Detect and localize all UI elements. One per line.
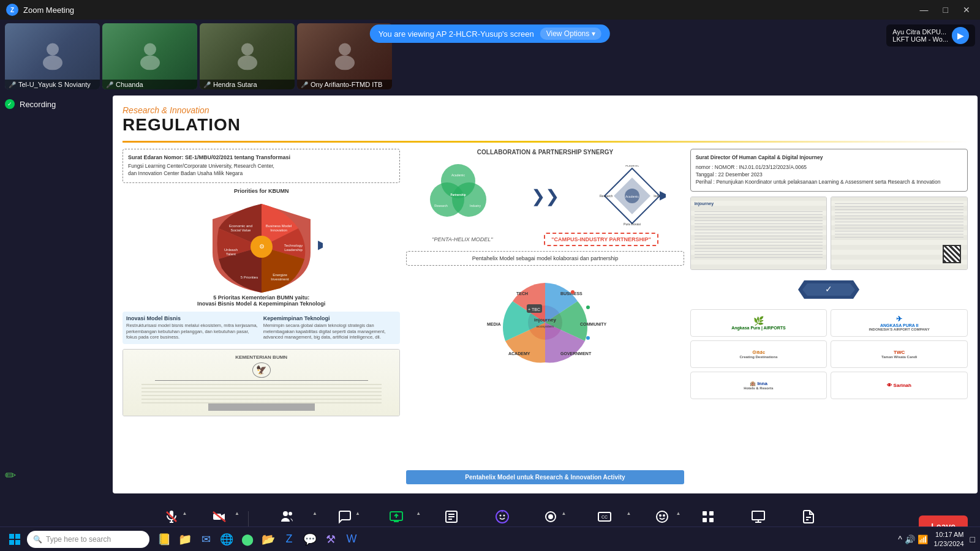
recording-dot-icon: ✓ bbox=[5, 99, 15, 109]
surat-director-box: Surat Director Of Human Capital & Digita… bbox=[690, 149, 968, 192]
presentation-area: Research & Innovation REGULATION Surat E… bbox=[113, 96, 978, 493]
svg-point-49 bbox=[571, 290, 575, 294]
chat-icon bbox=[337, 509, 352, 528]
share-screen-caret-icon[interactable]: ▲ bbox=[416, 511, 421, 516]
taskbar-apps: 📒 📁 ✉ 🌐 ⬤ 📂 Z 💬 ⚒ W bbox=[154, 530, 361, 549]
svg-text:Research: Research bbox=[435, 204, 448, 208]
taskbar-app-mail[interactable]: ✉ bbox=[196, 530, 216, 549]
taskbar-app-skype[interactable]: 💬 bbox=[300, 530, 320, 549]
taskbar-app-folder[interactable]: 📁 bbox=[175, 530, 195, 549]
taskbar-app-word[interactable]: W bbox=[342, 530, 361, 549]
logo-twc: TWC Taman Wisata Candi bbox=[831, 340, 968, 368]
svg-text:▶: ▶ bbox=[318, 238, 323, 251]
svg-text:Talent: Talent bbox=[226, 252, 236, 256]
window-controls[interactable]: — □ ✕ bbox=[916, 4, 974, 16]
svg-point-7 bbox=[335, 56, 355, 70]
svg-rect-82 bbox=[752, 511, 764, 520]
chevron-down-icon: ✓ bbox=[690, 277, 968, 302]
document-thumbnails: injourney bbox=[690, 197, 968, 270]
speaker-name-2: LKFT UGM - Wo... bbox=[892, 36, 948, 43]
unmute-caret-icon[interactable]: ▲ bbox=[182, 511, 187, 516]
taskbar-app-files[interactable]: 📂 bbox=[258, 530, 278, 549]
svg-rect-87 bbox=[9, 540, 14, 545]
svg-text:COMMUNITY: COMMUNITY bbox=[580, 322, 606, 326]
close-button[interactable]: ✕ bbox=[959, 4, 974, 16]
taskbar-app-edge[interactable]: 🌐 bbox=[217, 530, 236, 549]
video-caret-icon[interactable]: ▲ bbox=[235, 511, 239, 516]
notification-icon[interactable]: □ bbox=[970, 534, 975, 544]
mic-icon-4: 🎤 bbox=[301, 81, 308, 88]
recording-indicator: ✓ Recording bbox=[5, 99, 105, 109]
taskbar-app-sketchbook[interactable]: 📒 bbox=[154, 530, 174, 549]
svg-text:⚙: ⚙ bbox=[258, 243, 264, 250]
svg-point-51 bbox=[586, 336, 590, 340]
participant-tile-3[interactable]: 🎤 Hendra Sutara bbox=[200, 23, 295, 89]
svg-text:Business Model: Business Model bbox=[265, 224, 291, 228]
reactions-caret-icon[interactable]: ▲ bbox=[676, 511, 680, 516]
view-options-caret-icon: ▾ bbox=[592, 29, 595, 38]
share-banner-text: You are viewing AP 2-HLCR-Yusup's screen bbox=[379, 29, 534, 39]
venn-diagram: Academic Research Industry Partnership bbox=[424, 164, 492, 228]
captions-caret-icon[interactable]: ▲ bbox=[627, 511, 631, 516]
svg-text:CC: CC bbox=[601, 515, 608, 519]
taskbar-app-zoom[interactable]: Z bbox=[279, 530, 299, 549]
svg-point-69 bbox=[500, 515, 502, 517]
mic-icon-1: 🎤 bbox=[9, 81, 16, 88]
logo-inna-hotels: 🏨 Inna Hotels & Resorts bbox=[690, 372, 827, 399]
svg-point-68 bbox=[496, 511, 508, 523]
svg-text:Economic and: Economic and bbox=[229, 224, 252, 228]
speaker-name-1: Ayu Citra DKPU... bbox=[892, 28, 948, 36]
reactions-icon bbox=[655, 509, 669, 528]
windows-taskbar: 🔍 Type here to search 📒 📁 ✉ 🌐 ⬤ 📂 Z 💬 ⚒ … bbox=[0, 527, 980, 551]
apps-icon bbox=[701, 509, 715, 528]
taskbar-search[interactable]: 🔍 Type here to search bbox=[27, 531, 149, 548]
summary-icon bbox=[444, 509, 459, 528]
svg-point-75 bbox=[657, 511, 668, 522]
speaker-panel: Ayu Citra DKPU... LKFT UGM - Wo... ▶ bbox=[886, 24, 975, 47]
collab-diagram-row: Academic Research Industry Partnership ❯… bbox=[406, 164, 684, 228]
document-image: KEMENTERIAN BUMN 🦅 bbox=[123, 349, 400, 416]
windows-start-button[interactable] bbox=[5, 530, 24, 549]
doc-thumb-2 bbox=[831, 197, 968, 270]
record-icon bbox=[543, 509, 558, 528]
annotation-tool-button[interactable]: ✏ bbox=[5, 468, 105, 490]
participant-tile-2[interactable]: 🎤 Chuanda bbox=[102, 23, 197, 89]
doc-thumb-1: injourney bbox=[690, 197, 827, 270]
participants-icon bbox=[280, 509, 295, 528]
pentahelix-model-box: Pentahelix Model sebagai model kolaboras… bbox=[406, 251, 684, 266]
svg-rect-86 bbox=[15, 534, 20, 539]
system-tray-icons: ^ 🔊 📶 bbox=[898, 534, 927, 544]
mic-icon-2: 🎤 bbox=[106, 81, 113, 88]
maximize-button[interactable]: □ bbox=[940, 4, 952, 16]
svg-point-72 bbox=[548, 514, 553, 519]
minimize-button[interactable]: — bbox=[916, 4, 932, 16]
left-sidebar: ✓ Recording ✏ bbox=[0, 93, 110, 496]
svg-text:Investment: Investment bbox=[271, 277, 289, 281]
logo-angkasa-pura-2: ✈ ANGKASA PURA II INDONESIA'S AIRPORT CO… bbox=[831, 309, 968, 337]
participant-tile-1[interactable]: 🎤 Tel-U_Yayuk S Novianty bbox=[5, 23, 100, 89]
svg-point-62 bbox=[288, 512, 292, 515]
system-clock: 10:17 AM 1/23/2024 bbox=[934, 530, 964, 548]
taskbar-app-chrome[interactable]: ⬤ bbox=[238, 530, 257, 549]
svg-rect-80 bbox=[703, 518, 707, 522]
view-options-button[interactable]: View Options ▾ bbox=[540, 28, 601, 40]
video-camera-icon bbox=[212, 509, 227, 528]
svg-text:injourney: injourney bbox=[534, 317, 557, 323]
chat-caret-icon[interactable]: ▲ bbox=[355, 511, 360, 516]
ai-companion-icon bbox=[495, 509, 510, 528]
partner-logos-grid: 🌿 Angkasa Pura | AIRPORTS ✈ ANGKASA PURA… bbox=[690, 309, 968, 399]
participants-caret-icon[interactable]: ▲ bbox=[312, 511, 317, 516]
main-container: You are viewing AP 2-HLCR-Yusup's screen… bbox=[0, 20, 980, 551]
innovations-box: Inovasi Model Bisnis Restrukturisasi mod… bbox=[123, 312, 400, 344]
svg-text:▶: ▶ bbox=[660, 188, 666, 201]
svg-point-61 bbox=[283, 511, 288, 516]
taskbar-app-tools[interactable]: ⚒ bbox=[321, 530, 341, 549]
slide-title: REGULATION bbox=[123, 115, 968, 135]
slide-right-col: Surat Director Of Human Capital & Digita… bbox=[690, 149, 968, 484]
record-caret-icon[interactable]: ▲ bbox=[562, 511, 567, 516]
taskbar-right-area: ^ 🔊 📶 10:17 AM 1/23/2024 □ bbox=[898, 530, 975, 548]
svg-point-77 bbox=[663, 515, 665, 516]
notes-icon bbox=[801, 509, 816, 528]
svg-text:MEDIA: MEDIA bbox=[487, 322, 501, 326]
next-speaker-button[interactable]: ▶ bbox=[952, 27, 969, 44]
